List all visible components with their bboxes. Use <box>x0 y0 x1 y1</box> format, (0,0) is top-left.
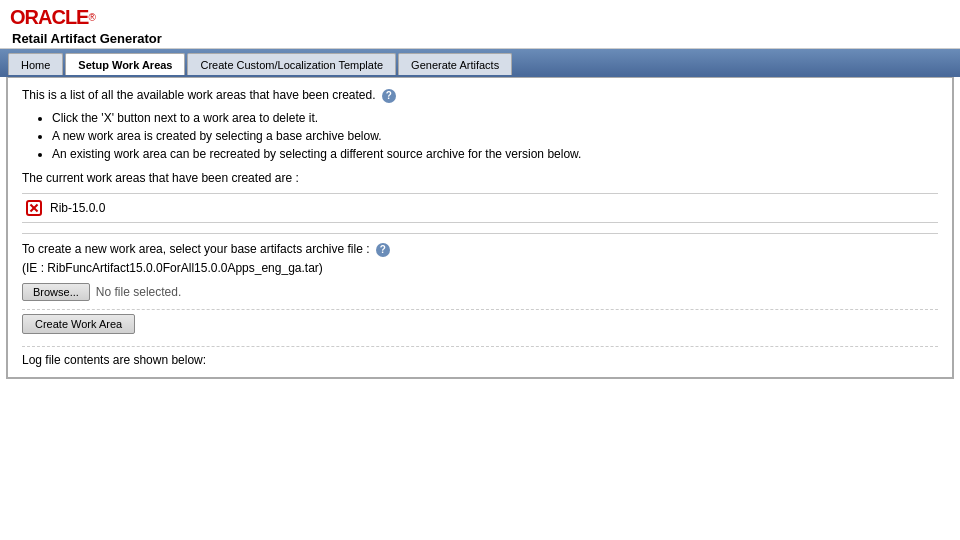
create-work-area-row: Create Work Area <box>22 309 938 338</box>
help-icon-create[interactable]: ? <box>376 243 390 257</box>
log-label: Log file contents are shown below: <box>22 353 206 367</box>
main-content: This is a list of all the available work… <box>7 78 953 378</box>
description-text: This is a list of all the available work… <box>22 88 938 103</box>
bullet-list: Click the 'X' button next to a work area… <box>52 111 938 161</box>
create-section: To create a new work area, select your b… <box>22 233 938 338</box>
oracle-registered: ® <box>88 12 95 23</box>
help-icon-description[interactable]: ? <box>382 89 396 103</box>
work-area-item: Rib-15.0.0 <box>22 198 938 218</box>
no-file-text: No file selected. <box>96 285 181 299</box>
archive-hint: (IE : RibFuncArtifact15.0.0ForAll15.0.0A… <box>22 261 938 275</box>
file-input-row: Browse... No file selected. <box>22 283 938 301</box>
tab-generate-artifacts[interactable]: Generate Artifacts <box>398 53 512 75</box>
current-areas-label: The current work areas that have been cr… <box>22 171 938 185</box>
header: ORACLE® Retail Artifact Generator <box>0 0 960 49</box>
oracle-wordmark: ORACLE <box>10 6 88 29</box>
bullet-item-3: An existing work area can be recreated b… <box>52 147 938 161</box>
app-title: Retail Artifact Generator <box>10 31 950 46</box>
description-label: This is a list of all the available work… <box>22 88 376 102</box>
tab-home[interactable]: Home <box>8 53 63 75</box>
bullet-item-1: Click the 'X' button next to a work area… <box>52 111 938 125</box>
delete-work-area-button[interactable] <box>26 200 42 216</box>
tab-setup-work-areas[interactable]: Setup Work Areas <box>65 53 185 75</box>
create-label: To create a new work area, select your b… <box>22 242 938 257</box>
oracle-logo: ORACLE® <box>10 6 950 29</box>
bullet-item-2: A new work area is created by selecting … <box>52 129 938 143</box>
work-areas-list: Rib-15.0.0 <box>22 193 938 223</box>
nav-bar: Home Setup Work Areas Create Custom/Loca… <box>0 49 960 77</box>
work-area-name: Rib-15.0.0 <box>50 201 105 215</box>
create-work-area-button[interactable]: Create Work Area <box>22 314 135 334</box>
browse-button[interactable]: Browse... <box>22 283 90 301</box>
tab-create-custom[interactable]: Create Custom/Localization Template <box>187 53 396 75</box>
content-wrapper: This is a list of all the available work… <box>6 77 954 379</box>
log-section: Log file contents are shown below: <box>22 346 938 367</box>
